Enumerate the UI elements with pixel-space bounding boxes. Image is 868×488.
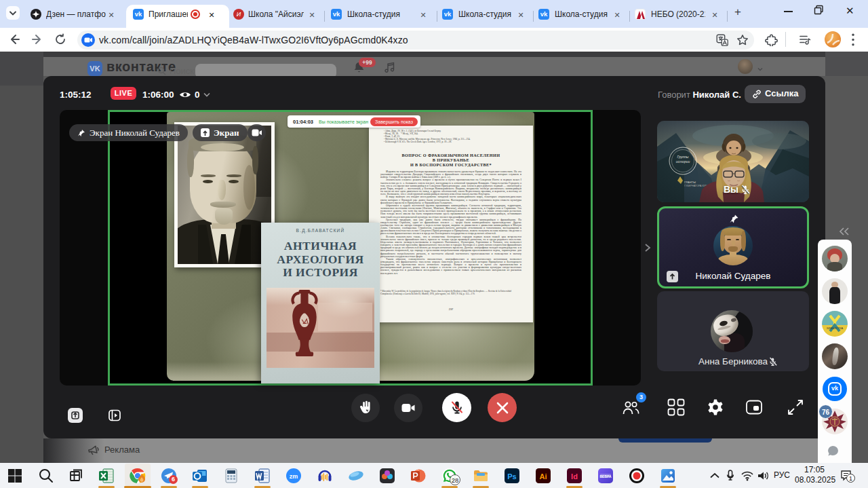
svg-text:Ps: Ps <box>507 472 516 481</box>
svg-text:zm: zm <box>290 473 298 480</box>
svg-text:ХИМЧИСТКА: ХИМЧИСТКА <box>827 326 844 330</box>
svg-text:ВЕБРА: ВЕБРА <box>599 474 611 478</box>
svg-text:Ai: Ai <box>540 472 547 481</box>
svg-text:Id: Id <box>571 472 578 481</box>
